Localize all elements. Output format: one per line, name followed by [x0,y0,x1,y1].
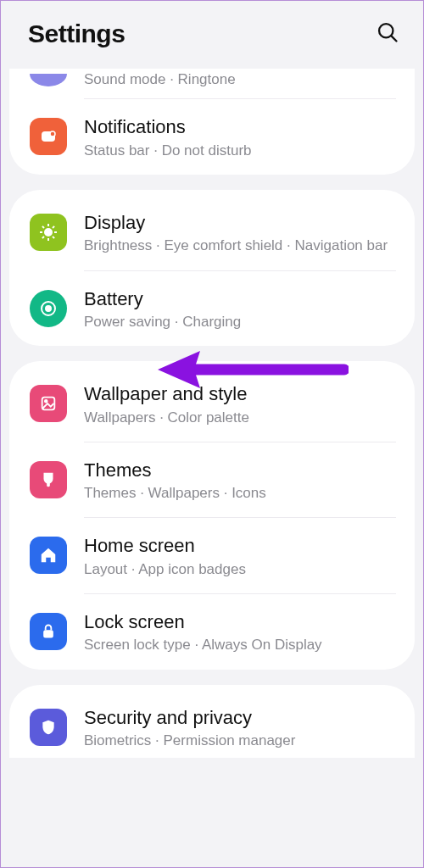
svg-line-10 [53,236,54,238]
svg-line-9 [42,226,44,228]
settings-row-wallpaper[interactable]: Wallpaper and style Wallpapers · Color p… [9,366,415,442]
battery-icon [30,290,67,327]
row-title: Home screen [84,535,394,557]
row-title: Security and privacy [84,707,394,729]
settings-row-notifications[interactable]: Notifications Status bar · Do not distur… [9,99,415,175]
search-button[interactable] [376,20,399,47]
svg-line-12 [53,226,54,228]
settings-header: Settings [1,1,423,69]
svg-line-11 [42,236,44,238]
row-subtitle: Status bar · Do not disturb [84,142,394,159]
settings-row-sounds[interactable]: Sound mode · Ringtone [9,74,415,98]
settings-row-security[interactable]: Security and privacy Biometrics · Permis… [9,690,415,759]
wallpaper-icon [30,385,67,422]
svg-point-3 [50,131,55,136]
row-subtitle: Wallpapers · Color palette [84,409,394,426]
settings-group-sound: Sound mode · Ringtone Notifications Stat… [9,69,415,175]
svg-rect-18 [43,630,53,637]
settings-row-lockscreen[interactable]: Lock screen Screen lock type · Always On… [9,594,415,670]
row-subtitle: Layout · App icon badges [84,560,394,578]
shield-icon [30,709,67,746]
settings-row-display[interactable]: Display Brightness · Eye comfort shield … [9,195,415,270]
row-title: Display [84,212,394,234]
svg-point-14 [46,306,51,311]
search-icon [376,20,399,44]
settings-row-themes[interactable]: Themes Themes · Wallpapers · Icons [9,442,415,518]
settings-group-display: Display Brightness · Eye comfort shield … [9,190,415,346]
settings-group-appearance: Wallpaper and style Wallpapers · Color p… [9,361,415,670]
row-subtitle: Themes · Wallpapers · Icons [84,484,394,502]
svg-point-16 [45,400,47,403]
settings-group-security: Security and privacy Biometrics · Permis… [9,685,415,759]
page-title: Settings [28,19,125,48]
row-title: Notifications [84,116,394,138]
row-title: Wallpaper and style [84,383,394,405]
settings-row-homescreen[interactable]: Home screen Layout · App icon badges [9,518,415,593]
themes-icon [30,461,67,498]
display-icon [30,214,67,251]
row-subtitle: Brightness · Eye comfort shield · Naviga… [84,236,394,254]
lock-icon [30,613,67,650]
row-subtitle: Power saving · Charging [84,313,394,331]
row-subtitle: Screen lock type · Always On Display [84,636,394,654]
svg-line-1 [392,36,397,42]
svg-point-4 [45,229,52,236]
row-subtitle: Sound mode · Ringtone [84,70,236,88]
svg-rect-17 [47,482,50,487]
sound-icon [30,74,67,86]
row-title: Lock screen [84,611,394,633]
settings-row-battery[interactable]: Battery Power saving · Charging [9,271,415,347]
home-icon [30,537,67,574]
row-subtitle: Biometrics · Permission manager [84,732,394,749]
row-title: Battery [84,288,394,310]
notifications-icon [30,118,67,155]
row-title: Themes [84,459,394,481]
